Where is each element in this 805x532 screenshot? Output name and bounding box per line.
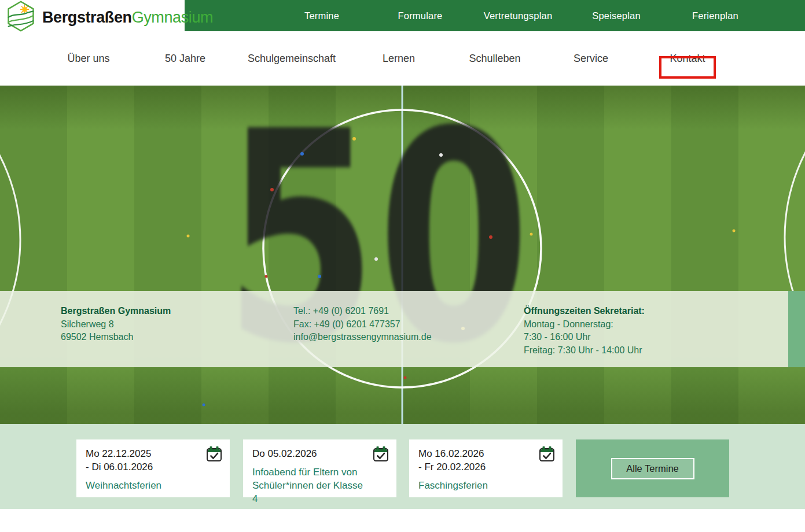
city: 69502 Hemsbach — [61, 331, 171, 344]
event-card: Mo 22.12.2025 - Di 06.01.2026 Weihnachts… — [76, 439, 230, 497]
top-nav-termine[interactable]: Termine — [304, 10, 339, 21]
school-logo[interactable]: BergstraßenGymnasium — [5, 1, 213, 34]
event-card: Mo 16.02.2026 - Fr 20.02.2026 Faschingsf… — [409, 439, 563, 497]
hills-sun-hexagon-icon — [5, 0, 37, 35]
event-date-start: Do 05.02.2026 — [252, 447, 369, 460]
event-title-link[interactable]: Faschingsferien — [418, 479, 535, 492]
top-nav-ferienplan[interactable]: Ferienplan — [692, 10, 738, 21]
calendar-check-icon — [373, 446, 389, 464]
office-hours-title: Öffnungszeiten Sekretariat: — [524, 305, 645, 318]
soccer-field-graphic: 50 — [0, 86, 805, 424]
main-nav-bar: Über uns 50 Jahre Schulgemeinschaft Lern… — [0, 31, 805, 86]
main-nav-schulgemeinschaft[interactable]: Schulgemeinschaft — [248, 53, 336, 65]
office-hours-block: Öffnungszeiten Sekretariat: Montag - Don… — [524, 305, 645, 357]
brand-name-bold: Bergstraßen — [42, 9, 132, 26]
top-nav-formulare[interactable]: Formulare — [398, 10, 443, 21]
all-events-panel: Alle Termine — [576, 439, 729, 497]
school-name: Bergstraßen Gymnasium — [61, 305, 171, 318]
contact-block: Tel.: +49 (0) 6201 7691 Fax: +49 (0) 620… — [293, 305, 432, 344]
band-accent-block — [788, 291, 805, 367]
event-date-end: - Di 06.01.2026 — [86, 460, 202, 474]
main-nav-kontakt[interactable]: Kontakt — [670, 53, 705, 65]
top-nav-speiseplan[interactable]: Speiseplan — [592, 10, 641, 21]
top-nav-bar: Termine Formulare Vertretungsplan Speise… — [185, 0, 805, 31]
event-date-range: Mo 16.02.2026 - Fr 20.02.2026 — [418, 447, 535, 474]
brand-name-light: Gymnasium — [132, 9, 213, 26]
calendar-check-icon — [206, 446, 222, 464]
main-nav-lernen[interactable]: Lernen — [383, 53, 415, 65]
event-date-start: Mo 16.02.2026 — [418, 447, 535, 460]
brand-name: BergstraßenGymnasium — [42, 9, 213, 27]
event-date-end: - Fr 20.02.2026 — [418, 460, 535, 474]
hero-image: 50 Bergstraßen Gymnasium Silcherweg 8 69… — [0, 86, 805, 424]
main-nav-50-jahre[interactable]: 50 Jahre — [165, 53, 205, 65]
email-link[interactable]: info@bergstrassengymnasium.de — [293, 331, 432, 344]
events-section: Mo 22.12.2025 - Di 06.01.2026 Weihnachts… — [0, 424, 805, 509]
office-hours-days: Montag - Donnerstag: — [524, 318, 645, 331]
event-date-range: Do 05.02.2026 — [252, 447, 369, 460]
page: Termine Formulare Vertretungsplan Speise… — [0, 0, 805, 532]
office-hours-time: 7:30 - 16:00 Uhr — [524, 331, 645, 344]
event-title-link[interactable]: Infoabend für Eltern von Schüler*innen d… — [252, 466, 369, 505]
main-nav-ueber-uns[interactable]: Über uns — [67, 53, 109, 65]
contact-band: Bergstraßen Gymnasium Silcherweg 8 69502… — [0, 291, 788, 367]
event-card: Do 05.02.2026 Infoabend für Eltern von S… — [243, 439, 396, 497]
all-events-button[interactable]: Alle Termine — [611, 458, 694, 479]
event-date-start: Mo 22.12.2025 — [86, 447, 202, 460]
event-title-link[interactable]: Weihnachtsferien — [86, 479, 202, 492]
office-hours-friday: Freitag: 7:30 Uhr - 14:00 Uhr — [524, 344, 645, 357]
fax: Fax: +49 (0) 6201 477357 — [293, 318, 432, 331]
event-date-range: Mo 22.12.2025 - Di 06.01.2026 — [86, 447, 202, 474]
top-nav-vertretungsplan[interactable]: Vertretungsplan — [484, 10, 553, 21]
calendar-check-icon — [539, 446, 555, 464]
top-bar: Termine Formulare Vertretungsplan Speise… — [0, 0, 805, 31]
phone: Tel.: +49 (0) 6201 7691 — [293, 305, 432, 318]
address-block: Bergstraßen Gymnasium Silcherweg 8 69502… — [61, 305, 171, 344]
main-nav-service[interactable]: Service — [574, 53, 608, 65]
street: Silcherweg 8 — [61, 318, 171, 331]
main-nav-schulleben[interactable]: Schulleben — [469, 53, 520, 65]
